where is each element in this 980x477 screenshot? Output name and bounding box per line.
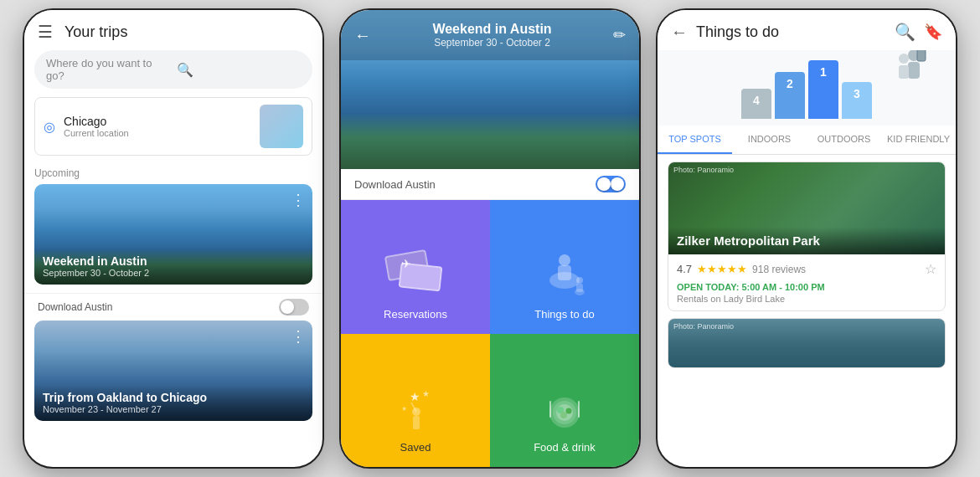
podium-container: 4 2 1 3 xyxy=(741,60,872,119)
p1-header: ☰ Your trips xyxy=(24,10,322,50)
podium-4: 4 xyxy=(741,89,771,119)
p3-title: Things to do xyxy=(696,23,886,41)
grid-cell-things-to-do[interactable]: Things to do xyxy=(490,200,639,334)
p3-header: ← Things to do 🔍 🔖 xyxy=(658,10,956,50)
location-icon: ◎ xyxy=(44,119,55,135)
podium-1: 1 xyxy=(808,60,838,119)
p2-grid: ✈ Reservations xyxy=(341,200,639,467)
svg-text:★: ★ xyxy=(422,389,430,398)
open-status: OPEN TODAY: 5:00 AM - 10:00 PM xyxy=(677,282,825,292)
p3-content: Zilker Metropolitan Park Photo: Panorami… xyxy=(658,155,956,467)
trip-dates: September 30 - October 2 xyxy=(43,268,304,278)
tab-kid-friendly[interactable]: KID FRIENDLY xyxy=(881,126,956,154)
p2-header-dates: September 30 - October 2 xyxy=(378,37,606,49)
location-name: Chicago xyxy=(64,115,251,128)
grid-cell-food-drink[interactable]: Food & drink xyxy=(490,334,639,468)
grid-cell-reservations[interactable]: ✈ Reservations xyxy=(341,200,490,334)
phones-container: ☰ Your trips Where do you want to go? 🔍 … xyxy=(23,8,957,469)
download-toggle[interactable] xyxy=(279,299,309,315)
place-name-zilker: Zilker Metropolitan Park xyxy=(677,233,936,248)
edit-icon[interactable]: ✏ xyxy=(613,26,626,44)
bookmark-button[interactable]: ☆ xyxy=(925,261,936,277)
search-placeholder: Where do you want to go? xyxy=(46,57,170,82)
p2-download-toggle[interactable] xyxy=(596,176,626,192)
p2-header: ← Weekend in Austin September 30 - Octob… xyxy=(341,10,639,60)
svg-rect-1 xyxy=(558,265,571,280)
podium-2: 2 xyxy=(775,72,805,119)
place-description: Rentals on Lady Bird Lake xyxy=(677,294,936,304)
place-card-zilker[interactable]: Zilker Metropolitan Park Photo: Panorami… xyxy=(668,162,946,311)
rating-number: 4.7 xyxy=(677,263,692,275)
place-img-overlay: Zilker Metropolitan Park xyxy=(668,227,945,254)
svg-text:★: ★ xyxy=(410,390,420,403)
phone-your-trips: ☰ Your trips Where do you want to go? 🔍 … xyxy=(23,8,324,469)
p3-bookmark-icon[interactable]: 🔖 xyxy=(924,23,942,41)
svg-point-2 xyxy=(559,254,570,266)
current-location-row[interactable]: ◎ Chicago Current location xyxy=(34,97,312,156)
p3-search-icon[interactable]: 🔍 xyxy=(895,22,916,42)
podium-3: 3 xyxy=(842,82,872,119)
svg-rect-24 xyxy=(917,50,926,61)
download-bar: Download Austin xyxy=(24,293,322,321)
trip-card-oakland[interactable]: Trip from Oakland to Chicago November 23… xyxy=(34,321,312,421)
reservations-label: Reservations xyxy=(384,308,447,321)
menu-icon[interactable]: ☰ xyxy=(38,22,53,42)
things-to-do-label: Things to do xyxy=(534,308,595,321)
stars-icon: ★★★★★ xyxy=(697,263,747,275)
trip-dates-2: November 23 - November 27 xyxy=(43,404,304,414)
location-info: Chicago Current location xyxy=(64,115,251,138)
photo-credit: Photo: Panoramio xyxy=(673,166,734,174)
trip-card-austin[interactable]: Weekend in Austin September 30 - October… xyxy=(34,184,312,285)
search-bar[interactable]: Where do you want to go? 🔍 xyxy=(34,50,312,89)
tab-indoors[interactable]: INDOORS xyxy=(732,126,807,154)
p3-podium-illustration: 4 2 1 3 xyxy=(658,50,956,126)
trip-card-overlay: Weekend in Austin September 30 - October… xyxy=(34,248,312,285)
p2-download-bar: Download Austin xyxy=(341,169,639,200)
p2-header-title: Weekend in Austin xyxy=(378,22,606,37)
svg-rect-9 xyxy=(413,416,420,429)
phone-things-to-do: ← Things to do 🔍 🔖 4 xyxy=(656,8,957,469)
trip-title-2: Trip from Oakland to Chicago xyxy=(43,391,304,404)
p2-header-center: Weekend in Austin September 30 - October… xyxy=(378,22,606,49)
grid-cell-saved[interactable]: ★ ★ ★ Saved xyxy=(341,334,490,468)
place-info-zilker: 4.7 ★★★★★ 918 reviews ☆ OPEN TODAY: 5:00… xyxy=(668,254,945,310)
svg-text:★: ★ xyxy=(401,405,407,413)
food-drink-label: Food & drink xyxy=(534,441,596,454)
place-rating-row: 4.7 ★★★★★ 918 reviews ☆ xyxy=(677,261,936,277)
download-label: Download Austin xyxy=(38,301,112,313)
trip-card-overlay-2: Trip from Oakland to Chicago November 23… xyxy=(34,384,312,421)
things-illustration xyxy=(535,249,594,303)
place-image-zilker: Zilker Metropolitan Park Photo: Panorami… xyxy=(668,162,945,254)
trip-more-button-2[interactable]: ⋮ xyxy=(291,327,306,346)
saved-illustration: ★ ★ ★ xyxy=(386,382,445,436)
tickets-illustration: ✈ xyxy=(386,253,445,303)
svg-point-16 xyxy=(566,408,572,414)
section-label-upcoming: Upcoming xyxy=(24,164,322,184)
back-arrow-icon[interactable]: ← xyxy=(354,26,371,45)
svg-rect-4 xyxy=(576,284,583,292)
svg-point-22 xyxy=(899,54,909,64)
svg-rect-23 xyxy=(899,65,909,79)
review-count: 918 reviews xyxy=(752,264,806,275)
tab-outdoors[interactable]: OUTDOORS xyxy=(807,126,881,154)
svg-point-17 xyxy=(560,412,567,418)
svg-rect-18 xyxy=(549,401,551,418)
p3-tabs: TOP SPOTS INDOORS OUTDOORS KID FRIENDLY xyxy=(658,126,956,155)
saved-label: Saved xyxy=(400,441,431,454)
svg-point-5 xyxy=(576,277,583,284)
p1-title: Your trips xyxy=(64,23,127,41)
photo-credit-2: Photo: Panoramio xyxy=(673,322,734,331)
p2-download-label: Download Austin xyxy=(354,178,436,191)
place-card-waterfall[interactable]: Photo: Panoramio xyxy=(668,318,946,368)
phone-weekend-austin: ← Weekend in Austin September 30 - Octob… xyxy=(339,8,641,469)
svg-rect-19 xyxy=(578,401,580,418)
svg-rect-21 xyxy=(908,62,920,79)
location-sub: Current location xyxy=(64,128,251,138)
p3-back-arrow-icon[interactable]: ← xyxy=(671,23,688,42)
search-icon: 🔍 xyxy=(177,62,301,78)
trip-more-button[interactable]: ⋮ xyxy=(291,191,306,209)
food-illustration xyxy=(539,386,590,436)
location-thumbnail xyxy=(260,105,303,148)
tab-top-spots[interactable]: TOP SPOTS xyxy=(658,126,732,154)
trip-title: Weekend in Austin xyxy=(43,254,304,268)
